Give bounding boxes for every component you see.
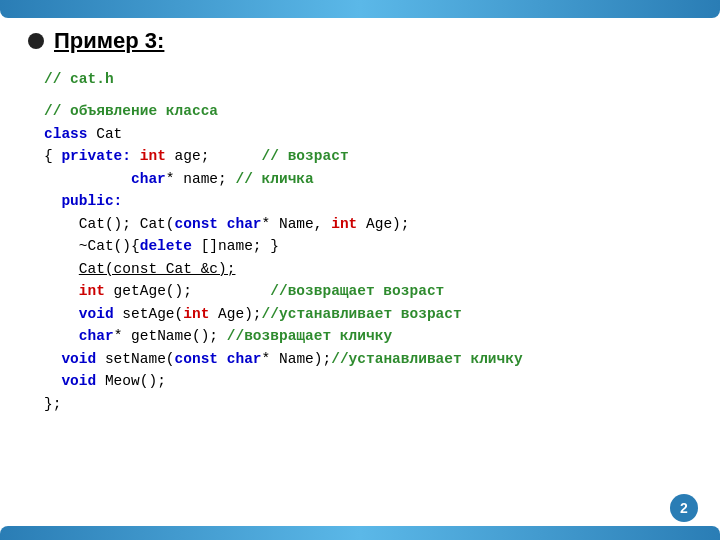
bullet-icon [28,33,44,49]
slide-title: Пример 3: [54,28,164,54]
code-line-meow: void Meow(); [44,370,700,392]
filename-comment: // cat.h [44,68,700,90]
bottom-decorative-bar [0,526,720,540]
code-line-public: public: [44,190,700,212]
top-decorative-bar [0,0,720,18]
code-line-setname: void setName(const char* Name);//устанав… [44,348,700,370]
code-line-getage: int getAge(); //возвращает возраст [44,280,700,302]
code-line-char: char* name; // кличка [44,168,700,190]
code-line-getname: char* getName(); //возвращает кличку [44,325,700,347]
code-line-setage: void setAge(int Age);//устанавливает воз… [44,303,700,325]
code-line-copy-constructor: Cat(const Cat &c); [44,258,700,280]
code-line-destructor: ~Cat(){delete []name; } [44,235,700,257]
code-line-constructor: Cat(); Cat(const char* Name, int Age); [44,213,700,235]
code-line-class: class Cat [44,123,700,145]
code-content: // cat.h // объявление класса class Cat … [44,68,700,415]
title-row: Пример 3: [28,28,164,54]
code-line-open: { private: int age; // возраст [44,145,700,167]
class-comment: // объявление класса [44,100,700,122]
code-line-close: }; [44,393,700,415]
page-number: 2 [670,494,698,522]
